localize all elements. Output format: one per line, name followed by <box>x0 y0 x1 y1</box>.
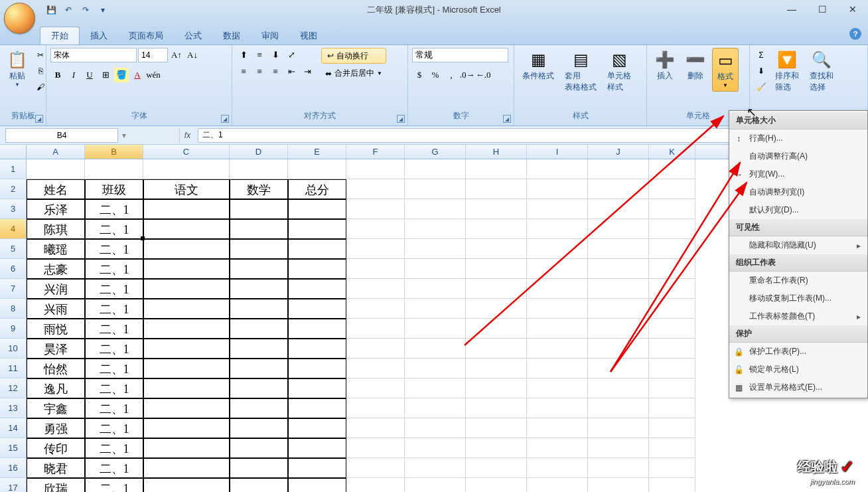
underline-button[interactable]: U <box>82 68 97 82</box>
cell-B8[interactable]: 二、1 <box>85 299 143 319</box>
percent-icon[interactable]: % <box>428 68 443 82</box>
cell-G7[interactable] <box>405 279 466 299</box>
cell-E2[interactable]: 总分 <box>288 179 346 199</box>
cell-K5[interactable] <box>649 239 695 259</box>
decrease-decimal-icon[interactable]: ←.0 <box>476 68 490 82</box>
table-format-button[interactable]: ▤ 套用 表格格式 <box>561 48 601 96</box>
row-header-5[interactable]: 5 <box>0 239 27 259</box>
col-header-J[interactable]: J <box>588 145 649 159</box>
paste-button[interactable]: 📋 粘贴 ▼ <box>4 48 31 90</box>
increase-decimal-icon[interactable]: .0→ <box>460 68 474 82</box>
cell-F2[interactable] <box>346 179 405 199</box>
close-button[interactable]: ✕ <box>837 0 868 19</box>
cell-H6[interactable] <box>466 259 527 279</box>
font-color-button[interactable]: A <box>130 68 145 82</box>
align-right-icon[interactable]: ≡ <box>268 64 283 79</box>
cell-B7[interactable]: 二、1 <box>85 279 143 299</box>
cell-H3[interactable] <box>466 199 527 219</box>
cell-B11[interactable]: 二、1 <box>85 359 143 378</box>
cell-C13[interactable] <box>143 398 230 418</box>
find-select-button[interactable]: 🔍 查找和 选择 <box>806 48 837 96</box>
row-header-13[interactable]: 13 <box>0 398 27 418</box>
cell-D9[interactable] <box>230 319 288 339</box>
cell-I14[interactable] <box>527 418 588 438</box>
cell-D15[interactable] <box>230 438 288 458</box>
menu-default-width[interactable]: 默认列宽(D)... <box>729 201 867 219</box>
row-header-2[interactable]: 2 <box>0 179 27 199</box>
border-button[interactable]: ⊞ <box>98 68 113 82</box>
decrease-font-icon[interactable]: A↓ <box>185 48 200 62</box>
cell-A17[interactable]: 欣瑞 <box>27 478 85 492</box>
font-size-input[interactable] <box>138 48 168 62</box>
fx-button[interactable]: fx <box>179 128 195 143</box>
row-header-3[interactable]: 3 <box>0 199 27 219</box>
cell-A15[interactable]: 传印 <box>27 438 85 458</box>
col-header-C[interactable]: C <box>143 145 230 159</box>
bold-button[interactable]: B <box>50 68 65 82</box>
insert-button[interactable]: ➕ 插入 <box>651 48 679 84</box>
select-all-corner[interactable] <box>0 145 27 159</box>
cell-B12[interactable]: 二、1 <box>85 378 143 398</box>
cell-A2[interactable]: 姓名 <box>27 179 85 199</box>
cell-J7[interactable] <box>588 279 649 299</box>
cell-H5[interactable] <box>466 239 527 259</box>
menu-lock-cell[interactable]: 🔓锁定单元格(L) <box>729 361 867 378</box>
cell-A11[interactable]: 怡然 <box>27 359 85 378</box>
cell-B14[interactable]: 二、1 <box>85 418 143 438</box>
cell-D7[interactable] <box>230 279 288 299</box>
cell-J15[interactable] <box>588 438 649 458</box>
cell-C2[interactable]: 语文 <box>143 179 230 199</box>
cell-E10[interactable] <box>288 339 346 359</box>
cell-K16[interactable] <box>649 458 695 478</box>
col-header-F[interactable]: F <box>346 145 405 159</box>
row-header-17[interactable]: 17 <box>0 478 27 492</box>
cell-I15[interactable] <box>527 438 588 458</box>
menu-rename-sheet[interactable]: 重命名工作表(R) <box>729 272 867 289</box>
cell-B15[interactable]: 二、1 <box>85 438 143 458</box>
decrease-indent-icon[interactable]: ⇤ <box>284 64 299 79</box>
cell-G9[interactable] <box>405 319 466 339</box>
cell-C10[interactable] <box>143 339 230 359</box>
cell-J16[interactable] <box>588 458 649 478</box>
cell-G14[interactable] <box>405 418 466 438</box>
cell-A12[interactable]: 逸凡 <box>27 378 85 398</box>
copy-icon[interactable]: ⎘ <box>33 64 48 78</box>
row-header-10[interactable]: 10 <box>0 339 27 359</box>
cell-I3[interactable] <box>527 199 588 219</box>
menu-protect-sheet[interactable]: 🔒保护工作表(P)... <box>729 343 867 361</box>
row-header-7[interactable]: 7 <box>0 279 27 299</box>
cell-K11[interactable] <box>649 359 695 378</box>
cell-A9[interactable]: 雨悦 <box>27 319 85 339</box>
cell-J13[interactable] <box>588 398 649 418</box>
cell-B16[interactable]: 二、1 <box>85 458 143 478</box>
fill-icon[interactable]: ⬇ <box>754 64 768 78</box>
cell-K6[interactable] <box>649 259 695 279</box>
cell-E3[interactable] <box>288 199 346 219</box>
cell-J10[interactable] <box>588 339 649 359</box>
cell-J1[interactable] <box>588 159 649 179</box>
cell-E15[interactable] <box>288 438 346 458</box>
cell-K4[interactable] <box>649 219 695 239</box>
alignment-dialog-launcher[interactable]: ◢ <box>397 115 405 123</box>
cell-H15[interactable] <box>466 438 527 458</box>
row-header-8[interactable]: 8 <box>0 299 27 319</box>
cell-G11[interactable] <box>405 359 466 378</box>
cell-C6[interactable] <box>143 259 230 279</box>
cell-I8[interactable] <box>527 299 588 319</box>
cell-G12[interactable] <box>405 378 466 398</box>
row-header-1[interactable]: 1 <box>0 159 27 179</box>
autosum-icon[interactable]: Σ <box>754 48 768 62</box>
cell-F10[interactable] <box>346 339 405 359</box>
align-middle-icon[interactable]: ≡ <box>252 48 267 62</box>
menu-col-width[interactable]: ↔列宽(W)... <box>729 165 867 183</box>
row-header-11[interactable]: 11 <box>0 359 27 378</box>
menu-tab-color[interactable]: 工作表标签颜色(T)▸ <box>729 307 867 325</box>
tab-视图[interactable]: 视图 <box>289 27 328 44</box>
cell-J9[interactable] <box>588 319 649 339</box>
tab-插入[interactable]: 插入 <box>80 27 118 44</box>
cell-I11[interactable] <box>527 359 588 378</box>
cell-A5[interactable]: 曦瑶 <box>27 239 85 259</box>
clear-icon[interactable]: 🧹 <box>754 80 768 94</box>
cell-A14[interactable]: 勇强 <box>27 418 85 438</box>
cell-D3[interactable] <box>230 199 288 219</box>
